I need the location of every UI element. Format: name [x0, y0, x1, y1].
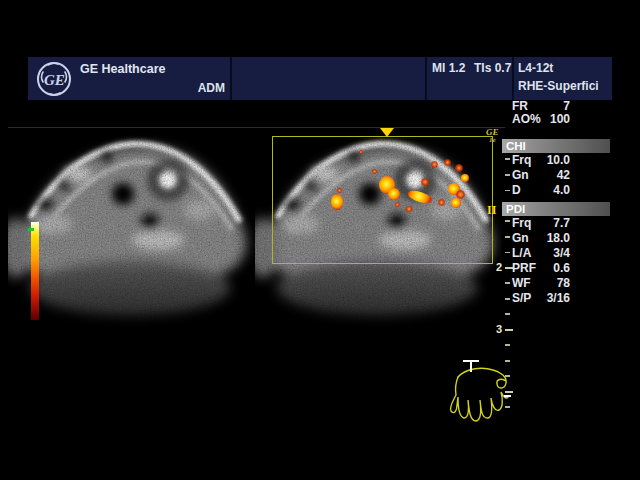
body-marker-hand-icon[interactable] — [445, 348, 525, 433]
pdi-prf-label: PRF — [512, 261, 536, 276]
depth-label-3: 3 — [488, 323, 502, 336]
param-row: D 4.0 — [502, 183, 610, 198]
chi-gn-value: 42 — [557, 168, 570, 183]
chi-gn-label: Gn — [512, 168, 529, 183]
probe-position-marker-icon — [463, 361, 479, 372]
depth-label-2: 2 — [488, 261, 502, 274]
pdi-frq-value: 7.7 — [553, 216, 570, 231]
pdi-wf-value: 78 — [557, 276, 570, 291]
bmode-image-left — [8, 128, 255, 420]
param-row: Gn 18.0 — [502, 231, 610, 246]
pdi-la-label: L/A — [512, 246, 531, 261]
status-row: AO% 100 — [502, 113, 610, 126]
pdi-la-value: 3/4 — [553, 246, 570, 261]
pdi-prf-value: 0.6 — [553, 261, 570, 276]
tis-value: TIs 0.7 — [474, 61, 511, 75]
param-row: WF 78 — [502, 276, 610, 291]
header-divider — [230, 57, 232, 100]
pdi-gn-label: Gn — [512, 231, 529, 246]
pdi-section-header[interactable]: PDI — [502, 202, 610, 216]
doppler-colorbar — [31, 222, 39, 320]
pdi-frq-label: Frq — [512, 216, 531, 231]
title-bar: GE GE Healthcare ADM MI 1.2 TIs 0.7 L4-1… — [28, 57, 612, 100]
preset-label: ADM — [168, 81, 225, 95]
chi-d-label: D — [512, 183, 521, 198]
chi-section-header[interactable]: CHI — [502, 139, 610, 153]
ultrasound-anatomy — [8, 128, 255, 420]
param-row: Frq 7.7 — [502, 216, 610, 231]
param-row: PRF 0.6 — [502, 261, 610, 276]
ultrasound-screen: GE GE Healthcare ADM MI 1.2 TIs 0.7 L4-1… — [0, 0, 640, 480]
param-row: Gn 42 — [502, 168, 610, 183]
chi-frq-value: 10.0 — [547, 153, 570, 168]
chi-frq-label: Frq — [512, 153, 531, 168]
depth-tick-3cm — [505, 329, 513, 331]
pdi-sp-value: 3/16 — [547, 291, 570, 306]
ao-label: AO% — [512, 113, 541, 126]
header-divider — [425, 57, 427, 100]
ge-monogram-text: GE — [44, 72, 65, 88]
colorbar-baseline-tick — [28, 228, 34, 231]
chi-d-value: 4.0 — [553, 183, 570, 198]
mi-value: MI 1.2 — [432, 61, 465, 75]
acquisition-status: FR 7 AO% 100 — [502, 100, 610, 126]
pdi-sp-label: S/P — [512, 291, 531, 306]
brand-label: GE Healthcare — [80, 62, 165, 76]
scale-top-marker-sub: 1e — [486, 136, 499, 144]
probe-orientation-marker-icon — [380, 128, 394, 137]
probe-label: L4-12t — [518, 61, 553, 75]
pdi-wf-label: WF — [512, 276, 531, 291]
param-row: L/A 3/4 — [502, 246, 610, 261]
ge-logo-icon: GE — [34, 59, 74, 99]
color-roi-box[interactable] — [272, 136, 493, 264]
ao-value: 100 — [550, 113, 570, 126]
param-row: S/P 3/16 — [502, 291, 610, 306]
header-divider — [512, 57, 514, 100]
scale-top-marker: GE 1e — [486, 128, 499, 144]
focal-zone-marker[interactable]: II — [487, 204, 496, 216]
exam-preset-label: RHE-Superfici — [518, 79, 599, 93]
pdi-gn-value: 18.0 — [547, 231, 570, 246]
param-row: Frq 10.0 — [502, 153, 610, 168]
parameter-panel: CHI Frq 10.0 Gn 42 D 4.0 PDI Frq 7.7 Gn … — [502, 139, 610, 306]
